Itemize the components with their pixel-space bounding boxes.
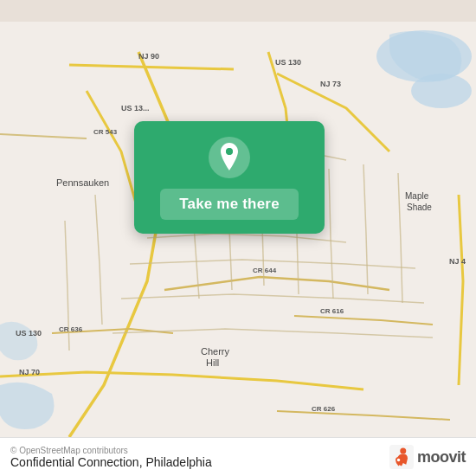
svg-text:Pennsauken: Pennsauken xyxy=(56,177,109,188)
svg-text:US 130: US 130 xyxy=(275,58,301,67)
svg-text:NJ 70: NJ 70 xyxy=(19,368,40,376)
svg-text:CR 616: CR 616 xyxy=(320,307,344,315)
svg-point-24 xyxy=(400,448,406,454)
location-pin-icon xyxy=(217,143,241,172)
moovit-brand-text: moovit xyxy=(417,448,466,466)
take-me-there-button[interactable]: Take me there xyxy=(160,189,299,220)
svg-text:Cherry: Cherry xyxy=(201,346,230,357)
svg-text:NJ 90: NJ 90 xyxy=(138,52,159,61)
moovit-logo: moovit xyxy=(389,445,466,469)
popup-card: Take me there xyxy=(134,121,325,234)
map-svg: NJ 90 CR 543 US 13... US 130 NJ 73 CR 64… xyxy=(0,0,476,476)
svg-text:CR 636: CR 636 xyxy=(59,325,83,333)
svg-text:CR 543: CR 543 xyxy=(93,128,118,136)
location-name: Confidential Connection, Philadelphia xyxy=(10,455,212,469)
bottom-bar: © OpenStreetMap contributors Confidentia… xyxy=(0,437,476,476)
svg-text:NJ 73: NJ 73 xyxy=(320,80,341,88)
map-container: NJ 90 CR 543 US 13... US 130 NJ 73 CR 64… xyxy=(0,0,476,476)
svg-point-25 xyxy=(397,459,401,462)
copyright-text: © OpenStreetMap contributors xyxy=(10,446,212,455)
svg-text:Maple: Maple xyxy=(405,191,429,201)
svg-text:CR 626: CR 626 xyxy=(312,405,336,413)
svg-rect-0 xyxy=(0,22,476,454)
svg-text:Hill: Hill xyxy=(206,357,219,368)
svg-text:US 13...: US 13... xyxy=(121,104,150,113)
location-icon-circle xyxy=(209,137,250,178)
location-info: © OpenStreetMap contributors Confidentia… xyxy=(10,446,212,469)
svg-text:NJ 4: NJ 4 xyxy=(449,257,466,266)
svg-text:US 130: US 130 xyxy=(16,329,42,338)
svg-text:CR 644: CR 644 xyxy=(253,267,277,274)
svg-text:Shade: Shade xyxy=(407,203,432,212)
moovit-icon xyxy=(389,445,414,469)
svg-point-22 xyxy=(226,148,233,155)
